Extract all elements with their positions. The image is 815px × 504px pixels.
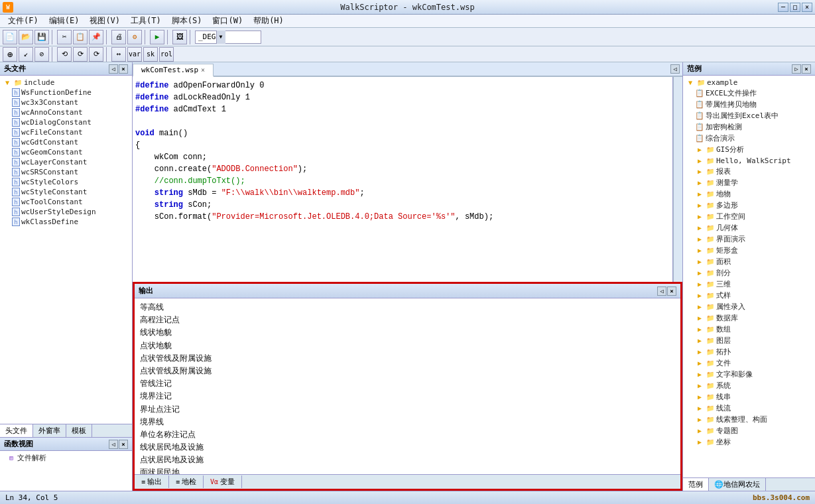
example-root[interactable]: ▼ 📁 example	[684, 77, 814, 88]
right-panel-pin[interactable]: ▷	[792, 64, 801, 74]
output-panel-close[interactable]: ×	[667, 286, 676, 296]
example-folder-theme[interactable]: ▶ 📁 专题图	[694, 425, 814, 436]
example-folder-area[interactable]: ▶ 📁 面积	[694, 256, 814, 267]
tree-file-1[interactable]: h wc3x3Constant	[11, 97, 131, 107]
output-tab-var[interactable]: Vα 变量	[204, 475, 242, 488]
left-panel-pin[interactable]: ◁	[109, 64, 118, 74]
open-button[interactable]: 📂	[19, 30, 33, 44]
tree-file-3[interactable]: h wcDialogConstant	[11, 117, 131, 127]
example-folder-clip[interactable]: ▶ 📁 剖分	[694, 267, 814, 279]
tree-file-7[interactable]: h wcLayerConstant	[11, 157, 131, 167]
example-folder-geo[interactable]: ▶ 📁 地物	[694, 188, 814, 200]
example-item-3[interactable]: 📋 加密狗检测	[694, 121, 814, 133]
new-button[interactable]: 📄	[3, 30, 17, 44]
tree-file-13[interactable]: h wkClassDefine	[11, 217, 131, 227]
example-folder-db[interactable]: ▶ 📁 数据库	[694, 312, 814, 324]
tb2-btn4[interactable]: ⟲	[57, 47, 72, 62]
example-folder-topo[interactable]: ▶ 📁 拓扑	[694, 346, 814, 357]
example-folder-report[interactable]: ▶ 📁 报表	[694, 166, 814, 177]
output-tab-output[interactable]: ≡ 输出	[135, 475, 169, 488]
example-folder-hello[interactable]: ▶ 📁 Hello, WalkScript	[694, 155, 814, 166]
example-folder-flow[interactable]: ▶ 📁 线流	[694, 403, 814, 414]
tb2-btn2[interactable]: ↙	[19, 47, 33, 62]
tree-include-folder[interactable]: ▼ 📁 include	[1, 77, 131, 88]
output-panel-pin[interactable]: ◁	[657, 286, 666, 296]
example-folder-surface[interactable]: ▶ 📁 线索整理、构面	[694, 414, 814, 425]
tb2-btn9[interactable]: sk	[143, 47, 158, 62]
func-panel-pin[interactable]: ◁	[109, 440, 118, 449]
editor-scrollbar[interactable]	[673, 77, 682, 282]
example-folder-sys[interactable]: ▶ 📁 系统	[694, 380, 814, 391]
example-folder-coord[interactable]: ▶ 📁 坐标	[694, 436, 814, 448]
example-folder-survey[interactable]: ▶ 📁 测量学	[694, 177, 814, 188]
tb2-btn7[interactable]: ↔	[111, 47, 126, 62]
menu-edit[interactable]: 编辑(E)	[44, 14, 85, 28]
example-folder-layer[interactable]: ▶ 📁 图层	[694, 335, 814, 346]
print-button[interactable]: 🖨	[111, 30, 126, 44]
deg-dropdown[interactable]: _DEG ▼	[195, 31, 261, 44]
tree-file-4[interactable]: h wcFileConstant	[11, 127, 131, 137]
tree-file-6[interactable]: h wcGeomConstant	[11, 147, 131, 157]
right-panel-close[interactable]: ×	[802, 64, 811, 74]
tab-external[interactable]: 外窗率	[33, 424, 66, 437]
minimize-button[interactable]: ─	[778, 3, 788, 12]
example-folder-gis[interactable]: ▶ 📁 GIS分析	[694, 144, 814, 155]
example-folder-style[interactable]: ▶ 📁 式样	[694, 290, 814, 301]
tree-file-11[interactable]: h wcToolConstant	[11, 197, 131, 207]
output-tab-check[interactable]: ≡ 地检	[169, 475, 204, 488]
example-folder-text[interactable]: ▶ 📁 文字和影像	[694, 369, 814, 380]
example-folder-attr[interactable]: ▶ 📁 属性录入	[694, 301, 814, 312]
example-folder-rect[interactable]: ▶ 📁 矩形盒	[694, 245, 814, 256]
menu-view[interactable]: 视图(V)	[84, 14, 125, 28]
right-tab-example[interactable]: 范例	[683, 478, 709, 491]
close-button[interactable]: ×	[802, 3, 812, 12]
editor-tab-main[interactable]: wkComTest.wsp ×	[133, 64, 214, 77]
run-button[interactable]: ▶	[150, 30, 164, 44]
example-folder-poly[interactable]: ▶ 📁 多边形	[694, 200, 814, 211]
deg-dropdown-arrow[interactable]: ▼	[216, 31, 225, 44]
tb2-btn5[interactable]: ⟳	[73, 47, 88, 62]
icon-btn[interactable]: 🖼	[172, 30, 187, 44]
example-item-1[interactable]: 📋 带属性拷贝地物	[694, 99, 814, 110]
tree-file-9[interactable]: h wcStyleColors	[11, 177, 131, 187]
right-tab-land[interactable]: 🌐地信网农坛	[709, 478, 766, 491]
func-panel-close[interactable]: ×	[119, 440, 128, 449]
tab-header-files[interactable]: 头文件	[0, 424, 33, 437]
menu-script[interactable]: 脚本(S)	[166, 14, 208, 28]
tree-file-10[interactable]: h wcStyleConstant	[11, 187, 131, 197]
example-folder-linestr[interactable]: ▶ 📁 线串	[694, 391, 814, 403]
tb2-btn1[interactable]: ⊕	[3, 47, 17, 62]
example-item-0[interactable]: 📋 EXCEL文件操作	[694, 88, 814, 99]
example-folder-ws[interactable]: ▶ 📁 工作空间	[694, 211, 814, 222]
tree-file-5[interactable]: h wcGdtConstant	[11, 137, 131, 147]
tb2-btn6[interactable]: ⟳	[89, 47, 103, 62]
menu-help[interactable]: 帮助(H)	[248, 14, 289, 28]
example-folder-3d[interactable]: ▶ 📁 三维	[694, 279, 814, 290]
paste-button[interactable]: 📌	[89, 30, 103, 44]
example-folder-ui[interactable]: ▶ 📁 界面演示	[694, 233, 814, 245]
cut-button[interactable]: ✂	[57, 30, 72, 44]
editor-panel-btn[interactable]: ◁	[670, 64, 680, 74]
func-item[interactable]: ⊞ 文件解析	[5, 452, 127, 464]
save-button[interactable]: 💾	[34, 30, 49, 44]
menu-window[interactable]: 窗口(W)	[207, 14, 248, 28]
menu-file[interactable]: 文件(F)	[3, 14, 44, 28]
example-folder-arr[interactable]: ▶ 📁 数组	[694, 324, 814, 335]
tree-file-8[interactable]: h wcSRSConstant	[11, 167, 131, 177]
compile-button[interactable]: ⚙	[127, 30, 142, 44]
example-folder-file[interactable]: ▶ 📁 文件	[694, 357, 814, 369]
tb2-btn3[interactable]: ⊘	[34, 47, 49, 62]
tb2-btn10[interactable]: rol	[159, 47, 174, 62]
tree-file-12[interactable]: h wcUserStyleDesign	[11, 207, 131, 217]
tb2-btn8[interactable]: var	[127, 47, 142, 62]
maximize-button[interactable]: □	[790, 3, 800, 12]
left-panel-close[interactable]: ×	[119, 64, 128, 74]
tab-template[interactable]: 模板	[66, 424, 92, 437]
tree-file-2[interactable]: h wcAnnoConstant	[11, 107, 131, 117]
menu-tools[interactable]: 工具(T)	[125, 14, 166, 28]
code-editor[interactable]: #define adOpenForwardOnly 0 #define adLo…	[133, 77, 673, 282]
copy-button[interactable]: 📋	[73, 30, 88, 44]
example-folder-geom[interactable]: ▶ 📁 几何体	[694, 222, 814, 233]
example-item-4[interactable]: 📋 综合演示	[694, 133, 814, 144]
editor-tab-close[interactable]: ×	[201, 66, 205, 74]
